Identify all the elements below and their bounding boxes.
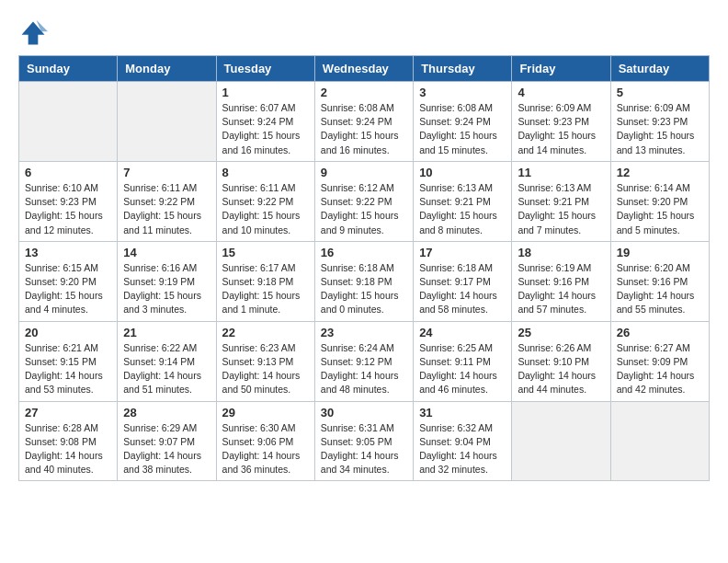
logo-icon (18, 18, 48, 48)
calendar-header-row: SundayMondayTuesdayWednesdayThursdayFrid… (19, 56, 710, 82)
day-number: 18 (518, 246, 604, 259)
calendar-cell: 19Sunrise: 6:20 AM Sunset: 9:16 PM Dayli… (610, 241, 709, 321)
calendar-cell: 22Sunrise: 6:23 AM Sunset: 9:13 PM Dayli… (216, 321, 314, 401)
calendar-cell: 28Sunrise: 6:29 AM Sunset: 9:07 PM Dayli… (118, 401, 216, 481)
calendar-cell (610, 401, 709, 481)
day-info: Sunrise: 6:13 AM Sunset: 9:21 PM Dayligh… (518, 181, 604, 237)
calendar-cell: 14Sunrise: 6:16 AM Sunset: 9:19 PM Dayli… (118, 241, 216, 321)
calendar-cell: 15Sunrise: 6:17 AM Sunset: 9:18 PM Dayli… (216, 241, 314, 321)
day-info: Sunrise: 6:12 AM Sunset: 9:22 PM Dayligh… (321, 181, 407, 237)
day-number: 27 (25, 406, 111, 419)
calendar-cell: 26Sunrise: 6:27 AM Sunset: 9:09 PM Dayli… (610, 321, 709, 401)
day-number: 10 (419, 166, 506, 179)
day-info: Sunrise: 6:32 AM Sunset: 9:04 PM Dayligh… (419, 421, 506, 477)
calendar-cell: 6Sunrise: 6:10 AM Sunset: 9:23 PM Daylig… (19, 161, 118, 241)
calendar-cell: 4Sunrise: 6:09 AM Sunset: 9:23 PM Daylig… (512, 82, 610, 162)
calendar-cell: 9Sunrise: 6:12 AM Sunset: 9:22 PM Daylig… (314, 161, 413, 241)
day-info: Sunrise: 6:19 AM Sunset: 9:16 PM Dayligh… (518, 261, 604, 317)
day-info: Sunrise: 6:16 AM Sunset: 9:19 PM Dayligh… (123, 261, 210, 317)
calendar-week-row: 13Sunrise: 6:15 AM Sunset: 9:20 PM Dayli… (19, 241, 710, 321)
calendar-cell: 5Sunrise: 6:09 AM Sunset: 9:23 PM Daylig… (610, 82, 709, 162)
calendar-cell: 24Sunrise: 6:25 AM Sunset: 9:11 PM Dayli… (414, 321, 512, 401)
day-info: Sunrise: 6:08 AM Sunset: 9:24 PM Dayligh… (419, 101, 506, 157)
day-number: 4 (518, 86, 604, 99)
day-info: Sunrise: 6:07 AM Sunset: 9:24 PM Dayligh… (222, 101, 309, 157)
day-number: 30 (321, 406, 407, 419)
calendar-week-row: 20Sunrise: 6:21 AM Sunset: 9:15 PM Dayli… (19, 321, 710, 401)
calendar-header-friday: Friday (512, 56, 610, 82)
calendar-cell: 10Sunrise: 6:13 AM Sunset: 9:21 PM Dayli… (414, 161, 512, 241)
calendar-cell: 18Sunrise: 6:19 AM Sunset: 9:16 PM Dayli… (512, 241, 610, 321)
header (18, 15, 710, 48)
day-info: Sunrise: 6:20 AM Sunset: 9:16 PM Dayligh… (617, 261, 703, 317)
day-number: 14 (123, 246, 210, 259)
day-number: 28 (123, 406, 210, 419)
day-info: Sunrise: 6:21 AM Sunset: 9:15 PM Dayligh… (25, 341, 111, 397)
day-number: 22 (222, 326, 309, 339)
calendar-cell: 16Sunrise: 6:18 AM Sunset: 9:18 PM Dayli… (314, 241, 413, 321)
day-number: 2 (321, 86, 407, 99)
day-number: 25 (518, 326, 604, 339)
day-info: Sunrise: 6:08 AM Sunset: 9:24 PM Dayligh… (321, 101, 407, 157)
calendar-header-sunday: Sunday (19, 56, 118, 82)
calendar-cell: 12Sunrise: 6:14 AM Sunset: 9:20 PM Dayli… (610, 161, 709, 241)
calendar-header-thursday: Thursday (414, 56, 512, 82)
day-info: Sunrise: 6:30 AM Sunset: 9:06 PM Dayligh… (222, 421, 309, 477)
day-info: Sunrise: 6:17 AM Sunset: 9:18 PM Dayligh… (222, 261, 309, 317)
logo (18, 18, 51, 48)
day-number: 13 (25, 246, 111, 259)
day-info: Sunrise: 6:18 AM Sunset: 9:18 PM Dayligh… (321, 261, 407, 317)
calendar-cell (19, 82, 118, 162)
calendar-week-row: 1Sunrise: 6:07 AM Sunset: 9:24 PM Daylig… (19, 82, 710, 162)
calendar-header-wednesday: Wednesday (314, 56, 413, 82)
calendar-cell: 23Sunrise: 6:24 AM Sunset: 9:12 PM Dayli… (314, 321, 413, 401)
day-info: Sunrise: 6:10 AM Sunset: 9:23 PM Dayligh… (25, 181, 111, 237)
day-number: 3 (419, 86, 506, 99)
day-number: 17 (419, 246, 506, 259)
day-number: 15 (222, 246, 309, 259)
calendar-cell: 20Sunrise: 6:21 AM Sunset: 9:15 PM Dayli… (19, 321, 118, 401)
calendar-table: SundayMondayTuesdayWednesdayThursdayFrid… (18, 55, 710, 481)
day-info: Sunrise: 6:27 AM Sunset: 9:09 PM Dayligh… (617, 341, 703, 397)
calendar-week-row: 6Sunrise: 6:10 AM Sunset: 9:23 PM Daylig… (19, 161, 710, 241)
day-number: 24 (419, 326, 506, 339)
calendar-cell: 31Sunrise: 6:32 AM Sunset: 9:04 PM Dayli… (414, 401, 512, 481)
calendar-cell: 30Sunrise: 6:31 AM Sunset: 9:05 PM Dayli… (314, 401, 413, 481)
day-info: Sunrise: 6:22 AM Sunset: 9:14 PM Dayligh… (123, 341, 210, 397)
calendar-cell: 13Sunrise: 6:15 AM Sunset: 9:20 PM Dayli… (19, 241, 118, 321)
calendar-cell: 8Sunrise: 6:11 AM Sunset: 9:22 PM Daylig… (216, 161, 314, 241)
calendar-cell: 1Sunrise: 6:07 AM Sunset: 9:24 PM Daylig… (216, 82, 314, 162)
calendar-cell (118, 82, 216, 162)
day-number: 8 (222, 166, 309, 179)
day-number: 19 (617, 246, 703, 259)
calendar-header-saturday: Saturday (610, 56, 709, 82)
calendar-cell: 17Sunrise: 6:18 AM Sunset: 9:17 PM Dayli… (414, 241, 512, 321)
calendar-header-tuesday: Tuesday (216, 56, 314, 82)
day-number: 31 (419, 406, 506, 419)
day-info: Sunrise: 6:09 AM Sunset: 9:23 PM Dayligh… (518, 101, 604, 157)
day-number: 26 (617, 326, 703, 339)
calendar-cell: 29Sunrise: 6:30 AM Sunset: 9:06 PM Dayli… (216, 401, 314, 481)
day-number: 12 (617, 166, 703, 179)
day-number: 20 (25, 326, 111, 339)
day-info: Sunrise: 6:09 AM Sunset: 9:23 PM Dayligh… (617, 101, 703, 157)
day-info: Sunrise: 6:11 AM Sunset: 9:22 PM Dayligh… (222, 181, 309, 237)
day-info: Sunrise: 6:15 AM Sunset: 9:20 PM Dayligh… (25, 261, 111, 317)
day-info: Sunrise: 6:24 AM Sunset: 9:12 PM Dayligh… (321, 341, 407, 397)
day-number: 7 (123, 166, 210, 179)
calendar-week-row: 27Sunrise: 6:28 AM Sunset: 9:08 PM Dayli… (19, 401, 710, 481)
page: SundayMondayTuesdayWednesdayThursdayFrid… (0, 0, 728, 563)
day-number: 5 (617, 86, 703, 99)
calendar-cell: 2Sunrise: 6:08 AM Sunset: 9:24 PM Daylig… (314, 82, 413, 162)
day-number: 6 (25, 166, 111, 179)
calendar-cell: 11Sunrise: 6:13 AM Sunset: 9:21 PM Dayli… (512, 161, 610, 241)
calendar-cell: 21Sunrise: 6:22 AM Sunset: 9:14 PM Dayli… (118, 321, 216, 401)
day-number: 16 (321, 246, 407, 259)
day-number: 11 (518, 166, 604, 179)
day-info: Sunrise: 6:11 AM Sunset: 9:22 PM Dayligh… (123, 181, 210, 237)
day-info: Sunrise: 6:14 AM Sunset: 9:20 PM Dayligh… (617, 181, 703, 237)
day-number: 1 (222, 86, 309, 99)
day-info: Sunrise: 6:25 AM Sunset: 9:11 PM Dayligh… (419, 341, 506, 397)
day-number: 9 (321, 166, 407, 179)
day-number: 23 (321, 326, 407, 339)
